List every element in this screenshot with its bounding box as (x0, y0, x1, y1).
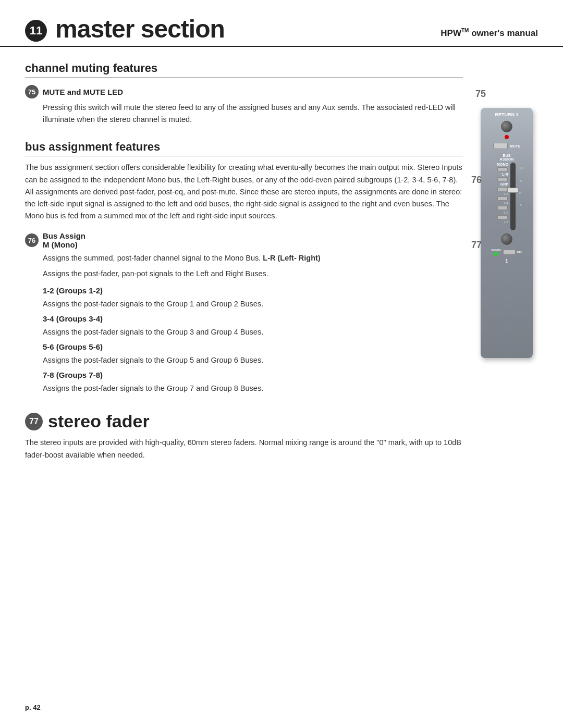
hw-panel: RETURN 1 MUTE BUSASSIGN MONO (481, 108, 533, 358)
hw-channel-number: 1 (505, 258, 508, 264)
hw-mono-label: MONO (497, 163, 508, 166)
sidebar-panel: 75 RETURN 1 MUTE BUSASSIGN (475, 47, 538, 463)
mute-body: Pressing this switch will mute the stere… (43, 102, 463, 126)
lr-body: Assigns the post-fader, pan-pot signals … (43, 268, 463, 280)
hw-return-label: RETURN 1 (495, 112, 518, 117)
groups-section: 1-2 (Groups 1-2) Assigns the post-fader … (43, 286, 463, 395)
hw-scale-10: -10 (518, 167, 523, 170)
group-5-6: 5-6 (Groups 5-6) Assigns the post-fader … (43, 342, 463, 366)
hw-sig-col: SIG/PK (491, 249, 501, 256)
stereo-fader-section: 77 stereo fader The stereo inputs are pr… (25, 411, 463, 461)
hw-mono-btn (497, 167, 508, 171)
page-number: p. 42 (25, 704, 41, 711)
mono-body: Assigns the summed, post-fader channel s… (43, 252, 463, 264)
chapter-number: 11 (25, 20, 47, 42)
hw-lr-label: L-R (502, 172, 508, 176)
hw-pfl-button (503, 250, 516, 255)
hw-mute-label: MUTE (510, 144, 520, 148)
channel-muting-title: channel muting features (25, 61, 463, 78)
group-7-8-body: Assigns the post-fader signals to the Gr… (43, 382, 463, 394)
hw-fader-handle (507, 188, 519, 193)
group-7-8: 7-8 (Groups 7-8) Assigns the post-fader … (43, 371, 463, 394)
hw-bus-assign-label: BUSASSIGN (500, 154, 514, 161)
channel-muting-section: channel muting features 75 MUTE and MUTE… (25, 61, 463, 126)
sidebar-annotation-75: 75 (475, 89, 486, 100)
hw-5-6-label: 5-6 (504, 211, 508, 214)
bus-assign-heading-row: 76 Bus Assign M (Mono) (25, 231, 463, 249)
main-text: channel muting features 75 MUTE and MUTE… (25, 47, 475, 463)
hw-7-8-btn (497, 215, 508, 219)
content-area: channel muting features 75 MUTE and MUTE… (0, 47, 563, 484)
hw-pfl-label: PFL (517, 251, 523, 254)
mute-heading-row: 75 MUTE and MUTE LED (25, 85, 463, 98)
stereo-fader-body: The stereo inputs are provided with high… (25, 437, 463, 461)
group-1-2-heading: 1-2 (Groups 1-2) (43, 286, 463, 295)
hw-7-8-label: 7-8 (504, 220, 508, 224)
manual-name: HPW (440, 28, 461, 38)
hw-mute-button (493, 143, 508, 149)
bus-assignment-section: bus assignment features The bus assignme… (25, 140, 463, 394)
hw-5-6-btn (497, 206, 508, 210)
bus-assign-sub-heading: Bus Assign (43, 231, 85, 240)
hw-scale-5: -5 (519, 179, 522, 182)
hw-sig-led (494, 252, 498, 256)
group-5-6-body: Assigns the post-fader signals to the Gr… (43, 354, 463, 366)
hw-labels-col: MONO L-R GRP 1-2 3-4 5-6 7-8 (497, 163, 508, 224)
hw-sig-pfl-row: SIG/PK PFL (491, 249, 522, 256)
group-3-4: 3-4 (Groups 3-4) Assigns the post-fader … (43, 314, 463, 338)
group-1-2-body: Assigns the post-fader signals to the Gr… (43, 298, 463, 310)
stereo-fader-number: 77 (25, 413, 43, 430)
bus-assignment-intro: The bus assignment section offers consid… (25, 162, 463, 222)
hw-lr-btn (497, 177, 508, 181)
group-3-4-heading: 3-4 (Groups 3-4) (43, 314, 463, 323)
page-title: master section (55, 17, 225, 42)
hw-1-2-btn (497, 187, 508, 191)
hw-mute-row: MUTE (493, 142, 520, 150)
hw-fader-area: MONO L-R GRP 1-2 3-4 5-6 7-8 (497, 163, 517, 230)
header-left: 11 master section (25, 17, 225, 42)
bus-assign-headings: Bus Assign M (Mono) (43, 231, 85, 249)
manual-sup: TM (461, 28, 469, 33)
bus-assignment-title: bus assignment features (25, 140, 463, 156)
group-3-4-body: Assigns the post-fader signals to the Gr… (43, 326, 463, 338)
hw-fader-track: -10 -5 0 5 (510, 163, 516, 230)
mono-body-text: Assigns the summed, post-fader channel s… (43, 254, 261, 262)
item-number-76: 76 (25, 233, 39, 247)
group-7-8-heading: 7-8 (Groups 7-8) (43, 371, 463, 379)
manual-suffix: owner's manual (469, 28, 538, 38)
sidebar-annotation-76: 76 (471, 175, 482, 186)
stereo-fader-title-row: 77 stereo fader (25, 411, 463, 431)
group-1-2: 1-2 (Groups 1-2) Assigns the post-fader … (43, 286, 463, 310)
manual-title: HPWTM owner's manual (440, 28, 538, 42)
lr-bold: L-R (Left- Right) (263, 254, 320, 262)
hw-bottom-knob (501, 233, 512, 245)
group-5-6-heading: 5-6 (Groups 5-6) (43, 342, 463, 351)
item-number-75: 75 (25, 85, 39, 98)
sidebar-annotation-77: 77 (471, 240, 482, 251)
hw-3-4-btn (497, 196, 508, 201)
hw-grp-label: GRP (500, 182, 508, 186)
page-header: 11 master section HPWTM owner's manual (0, 0, 563, 47)
hw-scale-5b: 5 (520, 203, 522, 206)
hw-return-knob (501, 121, 512, 132)
hw-scale-0: 0 (519, 191, 521, 194)
hw-led-red (505, 135, 509, 139)
mute-sub-heading: MUTE and MUTE LED (43, 88, 123, 96)
mono-sub-heading: M (Mono) (43, 240, 85, 249)
hw-3-4-label: 3-4 (504, 202, 508, 205)
page: 11 master section HPWTM owner's manual c… (0, 0, 563, 728)
stereo-fader-title: stereo fader (48, 411, 150, 431)
